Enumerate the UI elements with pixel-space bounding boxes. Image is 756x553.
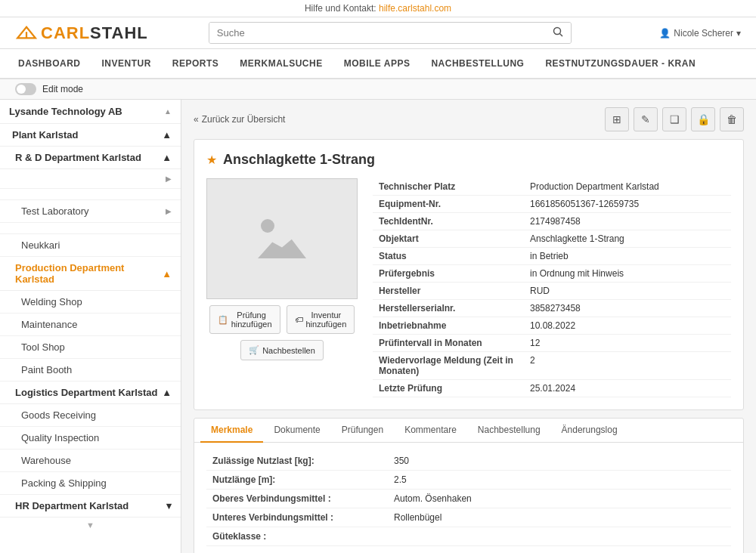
sidebar-item-goods-receiving[interactable]: Goods Receiving	[0, 404, 181, 427]
attr-row: Güteklasse :	[206, 527, 731, 546]
sidebar-item-maintenance[interactable]: Maintenance	[0, 314, 181, 336]
sidebar-item-paint-booth-label: Paint Booth	[21, 364, 72, 375]
field-label: Letzte Prüfung	[373, 380, 524, 397]
table-row: Inbetriebnahme 10.08.2022	[373, 317, 731, 335]
sidebar-item-welding-label: Welding Shop	[21, 296, 82, 307]
sidebar-item-neukkari-label: Neukkari	[21, 239, 60, 251]
nav-inventur[interactable]: INVENTUR	[91, 49, 162, 79]
field-value: 25.01.2024	[524, 380, 731, 397]
grid-icon: ⊞	[612, 113, 621, 125]
action-icons: ⊞ ✎ ❑ 🔒 🗑	[605, 107, 744, 131]
tab-merkmale[interactable]: Merkmale	[200, 419, 263, 443]
tab-pruefungen[interactable]: Prüfungen	[331, 419, 394, 443]
field-label: Status	[373, 248, 524, 265]
lock-button[interactable]: 🔒	[691, 107, 715, 131]
field-label: Wiedervorlage Meldung (Zeit in Monaten)	[373, 352, 524, 380]
sidebar-item-prototype-construction[interactable]	[0, 189, 181, 200]
sidebar-hr-dept[interactable]: HR Department Karlstad ▾	[0, 495, 181, 517]
field-label: TechIdentNr.	[373, 213, 524, 230]
sidebar-production-dept[interactable]: Production Department Karlstad ▲	[0, 257, 181, 291]
delete-button[interactable]: 🗑	[720, 107, 744, 131]
table-row: Hersteller RUD	[373, 283, 731, 300]
table-row: Wiedervorlage Meldung (Zeit in Monaten) …	[373, 352, 731, 380]
attr-value	[388, 527, 731, 546]
help-link[interactable]: hilfe.carlstahl.com	[379, 3, 451, 14]
sidebar-item-paint-booth[interactable]: Paint Booth	[0, 359, 181, 382]
sidebar-logistics-dept[interactable]: Logistics Department Karlstad ▲	[0, 382, 181, 404]
attr-value: Autom. Ösenhaken	[388, 490, 731, 508]
table-row: Technischer Platz Production Department …	[373, 178, 731, 196]
nav-dashboard[interactable]: DASHBOARD	[8, 49, 91, 79]
attr-row: Zulässige Nutzlast [kg]: 350	[206, 452, 731, 471]
search-button[interactable]	[545, 23, 571, 43]
sidebar-item-maintenance-label: Maintenance	[21, 319, 77, 330]
image-placeholder	[258, 219, 306, 258]
user-name: Nicole Scherer	[674, 28, 733, 39]
star-icon: ★	[206, 153, 217, 167]
nav-bar: DASHBOARD INVENTUR REPORTS MERKMALSUCHE …	[0, 49, 756, 79]
breadcrumb-back[interactable]: « Zurück zur Übersicht	[194, 114, 285, 125]
edit-mode-toggle[interactable]	[15, 83, 36, 95]
detail-card: ★ Anschlagkette 1-Strang 📋 Pr	[194, 139, 744, 410]
tab-kommentare[interactable]: Kommentare	[394, 419, 467, 443]
nachbestellen-button[interactable]: 🛒 Nachbestellen	[240, 340, 324, 360]
nav-nachbestellung[interactable]: NACHBESTELLUNG	[420, 49, 534, 79]
info-table: Technischer Platz Production Department …	[373, 178, 731, 397]
field-label: Prüfergebnis	[373, 265, 524, 283]
tabs-header: Merkmale Dokumente Prüfungen Kommentare …	[194, 419, 743, 443]
table-row: Herstellerserialnr. 3858273458	[373, 300, 731, 317]
sidebar-item-packing[interactable]: Packing & Shipping	[0, 472, 181, 495]
pruefung-button[interactable]: 📋 Prüfunghinzufügen	[209, 305, 280, 334]
sidebar-plant-chevron: ▲	[162, 129, 172, 141]
tab-dokumente[interactable]: Dokumente	[263, 419, 330, 443]
sidebar-item-advanced-prototype[interactable]	[0, 223, 181, 234]
sidebar-item-test-lab[interactable]: Test Laboratory ▶	[0, 200, 181, 223]
search-input[interactable]	[209, 23, 545, 43]
attr-value: 2.5	[388, 471, 731, 490]
tab-nachbestellung[interactable]: Nachbestellung	[467, 419, 551, 443]
sidebar-item-test-lab-arrow: ▶	[166, 207, 172, 215]
table-row: Objektart Anschlagkette 1-Strang	[373, 230, 731, 248]
nav-reports[interactable]: REPORTS	[162, 49, 230, 79]
edit-mode-label: Edit mode	[42, 84, 83, 94]
detail-header: ★ Anschlagkette 1-Strang	[206, 152, 731, 168]
logo-carl: CARL	[41, 23, 90, 43]
grid-view-button[interactable]: ⊞	[605, 107, 629, 131]
sidebar-lysande[interactable]: Lysande Technology AB ▲	[0, 100, 181, 124]
nav-restnutzungsdauer[interactable]: RESTNUTZUNGSDAUER - KRAN	[534, 49, 706, 79]
sidebar-item-warehouse-label: Warehouse	[21, 455, 71, 466]
search-container	[209, 22, 572, 44]
table-row: Prüfintervall in Monaten 12	[373, 335, 731, 352]
inventur-button[interactable]: 🏷 Inventurhinzufügen	[287, 305, 355, 334]
sidebar-plant-karlstad[interactable]: Plant Karlstad ▲	[0, 124, 181, 147]
user-icon: 👤	[659, 28, 671, 39]
inventur-label: Inventurhinzufügen	[306, 310, 347, 329]
table-row: Equipment-Nr. 1661856051367-12659735	[373, 196, 731, 213]
sidebar-item-data-processing[interactable]: ▶	[0, 169, 181, 189]
detail-body: 📋 Prüfunghinzufügen 🏷 Inventurhinzufügen…	[206, 178, 731, 397]
placeholder-mountain	[258, 231, 306, 258]
sidebar-item-goods-receiving-label: Goods Receiving	[21, 409, 96, 421]
tab-aenderungslog[interactable]: Änderungslog	[551, 419, 628, 443]
copy-button[interactable]: ❑	[662, 107, 686, 131]
sidebar-production-chevron: ▲	[162, 268, 172, 280]
nachbestellen-label: Nachbestellen	[262, 346, 315, 355]
attr-label: Unteres Verbindungsmittel :	[206, 508, 388, 527]
sidebar-scroll[interactable]: ▼	[0, 517, 181, 533]
delete-icon: 🗑	[727, 113, 737, 125]
sidebar-item-welding[interactable]: Welding Shop	[0, 291, 181, 314]
sidebar-item-quality-inspection[interactable]: Quality Inspection	[0, 427, 181, 450]
sidebar-rd-dept[interactable]: R & D Department Karlstad ▲	[0, 147, 181, 169]
detail-info: Technischer Platz Production Department …	[373, 178, 731, 397]
field-value: 1661856051367-12659735	[524, 196, 731, 213]
sidebar-hr-label: HR Department Karlstad	[15, 500, 129, 511]
nav-merkmalsuche[interactable]: MERKMALSUCHE	[229, 49, 333, 79]
tab-content: Zulässige Nutzlast [kg]: 350 Nutzlänge […	[194, 443, 743, 553]
sidebar-item-warehouse[interactable]: Warehouse	[0, 450, 181, 472]
sidebar: Lysande Technology AB ▲ Plant Karlstad ▲…	[0, 100, 181, 553]
sidebar-item-neukkari[interactable]: Neukkari	[0, 234, 181, 257]
sidebar-item-tool-shop[interactable]: Tool Shop	[0, 336, 181, 359]
nav-mobile-apps[interactable]: MOBILE APPS	[333, 49, 421, 79]
field-label: Equipment-Nr.	[373, 196, 524, 213]
edit-button[interactable]: ✎	[634, 107, 658, 131]
